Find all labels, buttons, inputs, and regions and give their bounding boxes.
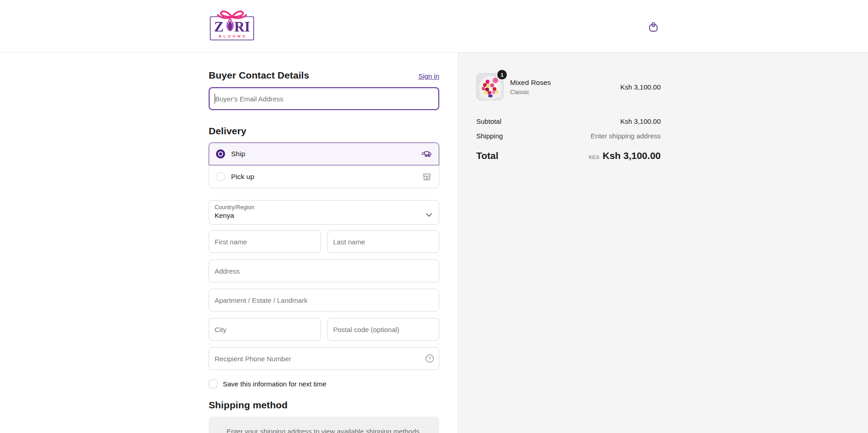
product-name: Mixed Roses	[510, 79, 621, 87]
country-select[interactable]: Country/Region Kenya	[209, 200, 439, 225]
total-row: Total KES Ksh 3,100.00	[476, 150, 661, 161]
phone-help-button[interactable]: ?	[425, 354, 434, 363]
delivery-option-pickup[interactable]: Pick up	[209, 165, 439, 188]
subtotal-label: Subtotal	[476, 117, 501, 125]
address-field-wrap	[209, 259, 439, 282]
apartment-field-wrap	[209, 289, 439, 312]
postal-code-field-wrap	[327, 318, 440, 341]
apartment-input[interactable]	[209, 289, 439, 312]
first-name-input[interactable]	[209, 230, 321, 253]
total-amount: Ksh 3,100.00	[603, 150, 661, 161]
shipping-value: Enter shipping address	[591, 132, 661, 140]
checkout-layout: Buyer Contact Details Sign in Delivery S…	[0, 53, 868, 433]
product-variant: Classic	[510, 89, 621, 95]
zuri-blooms-logo-graphic: Z RI BLOOMS	[209, 9, 255, 42]
gift-bow-icon	[218, 11, 246, 18]
buyer-email-input[interactable]	[209, 87, 439, 110]
pickup-option-label: Pick up	[231, 173, 254, 181]
logo-text-right: RI	[234, 19, 250, 35]
last-name-field-wrap	[327, 230, 440, 253]
shipping-label: Shipping	[476, 132, 503, 140]
quantity-badge: 1	[497, 70, 507, 79]
postal-code-input[interactable]	[327, 318, 440, 341]
shipping-method-empty-text: Enter your shipping address to view avai…	[226, 428, 421, 433]
subtotal-row: Subtotal Ksh 3,100.00	[476, 117, 661, 125]
question-mark-icon: ?	[425, 354, 434, 363]
email-field-wrap	[209, 87, 439, 110]
phone-field-wrap: ?	[209, 347, 439, 370]
save-info-label[interactable]: Save this information for next time	[223, 380, 326, 388]
logo-text-left: Z	[214, 19, 224, 35]
country-select-value: Kenya	[215, 211, 433, 219]
delivery-option-ship[interactable]: Ship	[209, 143, 439, 165]
delivery-section-title: Delivery	[209, 126, 439, 137]
recipient-phone-input[interactable]	[209, 347, 439, 370]
store-logo[interactable]: Z RI BLOOMS	[209, 9, 255, 42]
logo-tagline: BLOOMS	[219, 34, 247, 38]
first-name-field-wrap	[209, 230, 321, 253]
svg-text:?: ?	[428, 356, 431, 361]
shipping-method-empty-note: Enter your shipping address to view avai…	[209, 417, 439, 433]
total-label: Total	[476, 150, 499, 161]
cart-line-item: 1 Mixed Roses Classic Ksh 3,100.00	[476, 73, 661, 100]
address-input[interactable]	[209, 259, 439, 282]
shipping-row: Shipping Enter shipping address	[476, 132, 661, 140]
last-name-input[interactable]	[327, 230, 440, 253]
truck-icon	[421, 148, 432, 159]
store-icon	[422, 172, 432, 182]
sign-in-link[interactable]: Sign in	[418, 72, 439, 80]
ship-option-label: Ship	[231, 150, 245, 158]
city-field-wrap	[209, 318, 321, 341]
header: Z RI BLOOMS	[0, 0, 868, 53]
text-caret	[215, 94, 215, 104]
checkout-form-area: Buyer Contact Details Sign in Delivery S…	[0, 53, 458, 433]
shipping-method-title: Shipping method	[209, 400, 439, 411]
subtotal-value: Ksh 3,100.00	[621, 117, 661, 125]
delivery-option-group: Ship Pick up	[209, 143, 439, 188]
cart-button[interactable]	[647, 21, 660, 34]
contact-section-title: Buyer Contact Details	[209, 70, 309, 81]
save-info-row[interactable]: Save this information for next time	[209, 380, 439, 388]
country-select-label: Country/Region	[215, 204, 433, 211]
chevron-down-icon	[426, 211, 432, 219]
save-info-checkbox[interactable]	[209, 380, 217, 388]
product-price: Ksh 3,100.00	[621, 83, 661, 91]
city-input[interactable]	[209, 318, 321, 341]
order-summary-panel: 1 Mixed Roses Classic Ksh 3,100.00 Subto…	[458, 53, 868, 433]
shopping-bag-icon	[647, 21, 659, 33]
ship-radio[interactable]	[216, 149, 225, 158]
total-currency-code: KES	[589, 154, 600, 160]
pickup-radio[interactable]	[216, 172, 225, 181]
